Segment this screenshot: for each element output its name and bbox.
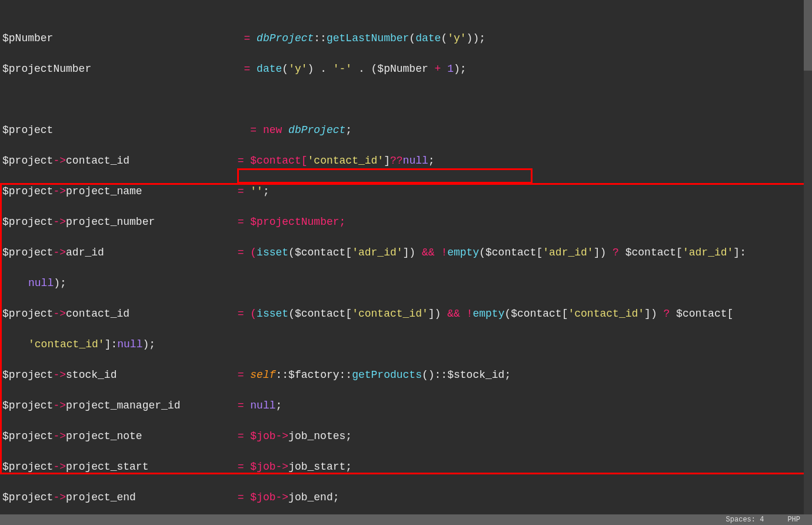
code-editor[interactable]: $pNumber = dbProject::getLastNumber(date… xyxy=(0,0,812,525)
code-line: $project->project_manager_id = null; xyxy=(2,398,810,413)
code-line: $pNumber = dbProject::getLastNumber(date… xyxy=(2,31,810,46)
language-mode[interactable]: PHP xyxy=(787,512,800,525)
code-line: $project->project_start = $job->job_star… xyxy=(2,459,810,474)
status-bar: Spaces: 4 PHP xyxy=(0,514,812,525)
code-line: $project->adr_id = (isset($contact['adr_… xyxy=(2,245,810,260)
code-line: $project->project_end = $job->job_end; xyxy=(2,490,810,505)
code-line: $project->project_note = $job->job_notes… xyxy=(2,428,810,444)
code-line: $project->contact_id = $contact['contact… xyxy=(2,153,810,168)
code-line: $project->contact_id = (isset($contact['… xyxy=(2,306,810,321)
code-line: null); xyxy=(2,275,810,291)
annotation-box xyxy=(237,168,533,184)
code-line: $projectNumber = date('y') . '-' . ($pNu… xyxy=(2,61,810,77)
code-line: 'contact_id']:null); xyxy=(2,337,810,352)
code-line: $project->project_name = ''; xyxy=(2,184,810,199)
code-line: $project = new dbProject; xyxy=(2,122,810,138)
code-line: $project->project_number = $projectNumbe… xyxy=(2,214,810,230)
vertical-scrollbar[interactable] xyxy=(804,0,812,518)
code-line: $project->stock_id = self::$factory::get… xyxy=(2,367,810,383)
scrollbar-thumb[interactable] xyxy=(804,0,812,71)
indent-setting[interactable]: Spaces: 4 xyxy=(726,512,764,525)
